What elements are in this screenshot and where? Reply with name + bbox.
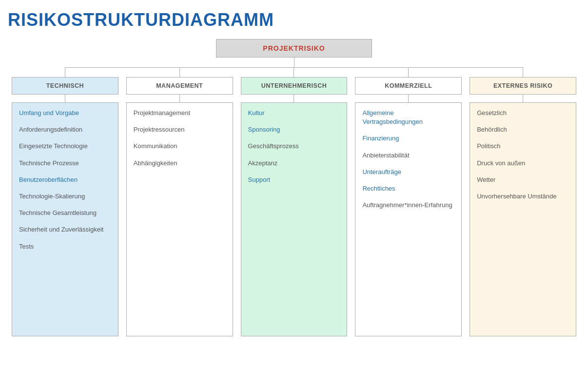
list-item: Geschäftsprozess [248, 142, 340, 151]
list-item: Umfang und Vorgabe [19, 109, 111, 117]
header-connector-extern [523, 95, 523, 102]
category-header-technisch: TECHNISCH [12, 77, 118, 95]
list-item: Rechtliches [362, 184, 454, 193]
connector-v-kommerziell [408, 67, 409, 77]
content-box-kommerziell: Allgemeine VertragsbedingungenFinanzieru… [355, 102, 462, 336]
list-item: Anforderungsdefinition [19, 125, 111, 134]
list-item: Allgemeine Vertragsbedingungen [362, 109, 454, 126]
header-connector-kommerziell [408, 95, 409, 102]
page-title: RISIKOSTRUKTURDIAGRAMM [8, 10, 580, 30]
category-col-unternehmerisch: UNTERNEHMERISCHKulturSponsoringGeschäfts… [237, 67, 352, 336]
connector-v-unternehmerisch [294, 67, 294, 77]
category-col-extern: EXTERNES RISIKOGesetzlichBehördlichPolit… [466, 67, 580, 336]
connector-v-extern [523, 67, 523, 77]
list-item: Gesetzlich [477, 109, 569, 117]
category-col-management: MANAGEMENTProjektmanagementProjektressou… [122, 67, 237, 336]
category-header-unternehmerisch: UNTERNEHMERISCH [241, 77, 348, 95]
content-box-technisch: Umfang und VorgabeAnforderungsdefinition… [12, 102, 118, 336]
header-connector-management [179, 95, 180, 102]
root-connector [294, 58, 294, 67]
list-item: Sicherheit und Zuverlässigkeit [19, 225, 111, 234]
content-box-unternehmerisch: KulturSponsoringGeschäftsprozessAkzeptan… [241, 102, 348, 336]
children-area: TECHNISCHUmfang und VorgabeAnforderungsd… [8, 67, 580, 336]
category-header-kommerziell: KOMMERZIELL [355, 77, 462, 95]
category-col-technisch: TECHNISCHUmfang und VorgabeAnforderungsd… [8, 67, 122, 336]
list-item: Unteraufträge [362, 168, 454, 176]
connector-v-management [179, 67, 180, 77]
list-item: Sponsoring [248, 125, 340, 134]
list-item: Kommunikation [134, 142, 226, 151]
root-node: PROJEKTRISIKO [216, 39, 372, 58]
category-header-extern: EXTERNES RISIKO [470, 77, 576, 95]
list-item: Technologie-Skalierung [19, 192, 111, 201]
content-box-extern: GesetzlichBehördlichPolitischDruck von a… [470, 102, 576, 336]
list-item: Druck von außen [477, 159, 569, 168]
list-item: Eingesetzte Technologie [19, 142, 111, 151]
list-item: Benutzeroberflächen [19, 175, 111, 184]
content-box-management: ProjektmanagementProjektressourcenKommun… [126, 102, 233, 336]
list-item: Abhängigkeiten [134, 159, 226, 168]
list-item: Technische Prozesse [19, 159, 111, 168]
list-item: Akzeptanz [248, 159, 340, 168]
list-item: Unvorhersehbare Umstände [477, 192, 569, 201]
category-col-kommerziell: KOMMERZIELLAllgemeine Vertragsbedingunge… [351, 67, 466, 336]
list-item: Politisch [477, 142, 569, 151]
header-connector-technisch [65, 95, 65, 102]
list-item: Behördlich [477, 125, 569, 134]
tree-diagram: PROJEKTRISIKO TECHNISCHUmfang und Vorgab… [8, 39, 580, 336]
list-item: Tests [19, 242, 111, 251]
list-item: Projektmanagement [134, 109, 226, 117]
list-item: Support [248, 175, 340, 184]
category-header-management: MANAGEMENT [126, 77, 233, 95]
list-item: Auftragnehmer*innen-Erfahrung [362, 201, 454, 210]
list-item: Anbieterstabilität [362, 151, 454, 160]
header-connector-unternehmerisch [294, 95, 294, 102]
list-item: Kultur [248, 109, 340, 117]
list-item: Technische Gesamtleistung [19, 209, 111, 217]
list-item: Finanzierung [362, 134, 454, 143]
connector-v-technisch [65, 67, 65, 77]
list-item: Projektressourcen [134, 125, 226, 134]
list-item: Wetter [477, 175, 569, 184]
